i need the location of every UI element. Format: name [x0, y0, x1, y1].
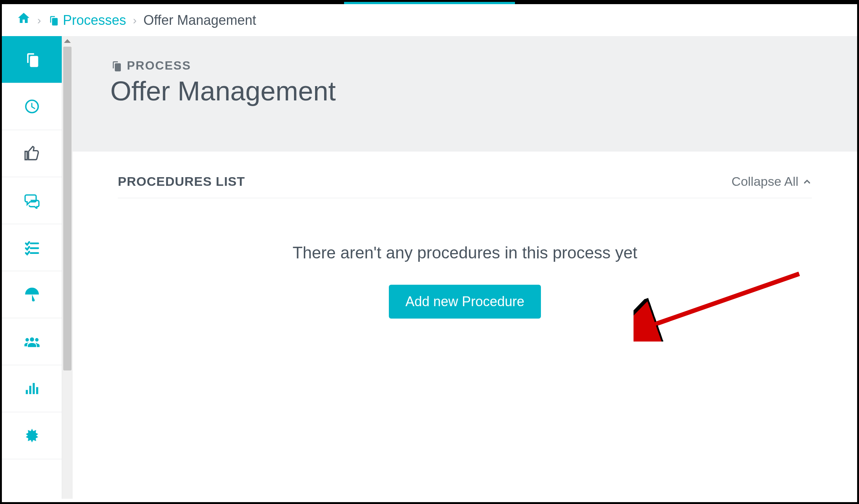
page-title: Offer Management: [110, 76, 819, 106]
process-eyebrow-text: PROCESS: [127, 59, 191, 73]
sidebar-item-checklist[interactable]: [2, 224, 62, 271]
home-icon[interactable]: [17, 12, 30, 29]
process-eyebrow: PROCESS: [110, 59, 819, 73]
bars-icon: [24, 380, 40, 397]
collapse-all-label: Collapse All: [731, 174, 798, 189]
scroll-up-icon[interactable]: [64, 39, 71, 43]
scrollbar[interactable]: [62, 36, 73, 499]
sidebar-item-team[interactable]: [2, 318, 62, 365]
chat-icon: [24, 192, 40, 209]
breadcrumb: › Processes › Offer Management: [2, 4, 857, 36]
main-content: PROCESS Offer Management PROCEDURES LIST…: [73, 36, 857, 499]
copy-icon: [110, 60, 122, 72]
sidebar-item-processes[interactable]: [2, 36, 62, 83]
breadcrumb-separator: ›: [37, 14, 41, 27]
sidebar: [2, 36, 62, 499]
chevron-up-icon: [802, 177, 812, 187]
checklist-icon: [24, 239, 40, 256]
collapse-all-link[interactable]: Collapse All: [731, 174, 812, 189]
team-icon: [24, 333, 40, 350]
sidebar-item-time[interactable]: [2, 83, 62, 130]
breadcrumb-processes-label: Processes: [63, 12, 126, 28]
sidebar-item-comments[interactable]: [2, 177, 62, 224]
breadcrumb-current: Offer Management: [143, 12, 256, 28]
star-burst-icon: [24, 427, 40, 444]
sidebar-item-badge[interactable]: [2, 412, 62, 459]
page-header: PROCESS Offer Management: [73, 36, 857, 152]
sidebar-item-thumbs[interactable]: [2, 130, 62, 177]
scroll-thumb[interactable]: [63, 47, 72, 370]
breadcrumb-separator: ›: [133, 14, 137, 27]
breadcrumb-processes-link[interactable]: Processes: [48, 12, 126, 28]
procedures-list-title: PROCEDURES LIST: [118, 174, 245, 189]
add-new-procedure-button[interactable]: Add new Procedure: [389, 285, 541, 319]
empty-procedures-message: There aren't any procedures in this proc…: [118, 243, 812, 262]
clock-icon: [24, 98, 40, 115]
sidebar-item-umbrella[interactable]: [2, 271, 62, 318]
copy-icon: [24, 51, 40, 68]
sidebar-item-stats[interactable]: [2, 365, 62, 412]
procedures-section: PROCEDURES LIST Collapse All There aren'…: [73, 152, 857, 499]
thumbs-up-icon: [24, 145, 40, 162]
umbrella-icon: [24, 286, 40, 303]
